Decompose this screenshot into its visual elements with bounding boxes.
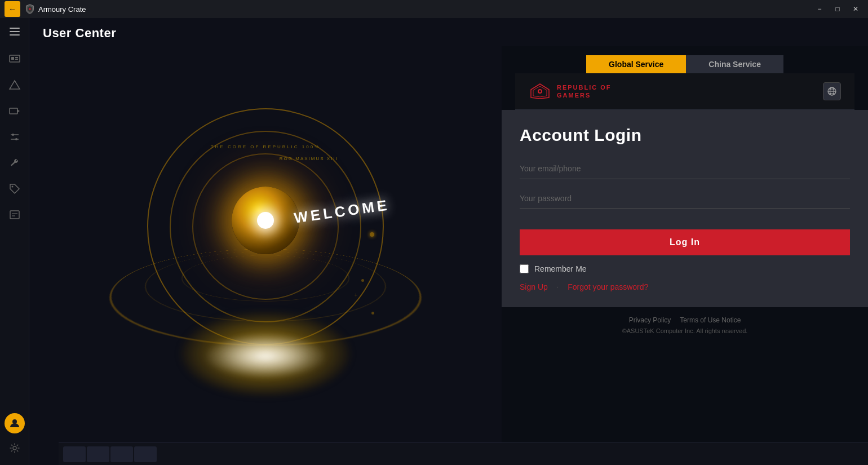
svg-point-9	[12, 134, 14, 136]
svg-rect-4	[15, 59, 18, 60]
tune-icon	[8, 131, 21, 143]
settings-gear-button[interactable]	[5, 438, 25, 458]
minimize-button[interactable]: −	[812, 3, 827, 15]
email-input-group	[520, 158, 850, 179]
svg-point-16	[12, 419, 17, 424]
login-footer: Privacy Policy Terms of Use Notice ©ASUS…	[502, 307, 868, 343]
rog-ring-text: ROG MAXIMUS XIII	[280, 156, 338, 161]
taskbar-item-1[interactable]	[63, 446, 86, 462]
svg-marker-5	[10, 81, 20, 89]
svg-point-21	[539, 90, 541, 92]
language-button[interactable]	[823, 82, 841, 100]
orb-inner	[257, 212, 274, 229]
rog-logo: REPUBLIC OF GAMERS	[529, 83, 612, 100]
window-controls: − □ ✕	[812, 3, 863, 15]
global-service-tab[interactable]: Global Service	[586, 55, 686, 73]
gear-icon	[9, 442, 20, 454]
rog-visual: THE CORE OF REPUBLIC 100% ROG MAXIMUS XI…	[136, 109, 395, 402]
taskbar-item-4[interactable]	[134, 446, 157, 462]
terms-link[interactable]: Terms of Use Notice	[680, 316, 741, 324]
globe-icon	[827, 86, 837, 96]
base-highlight	[203, 334, 327, 379]
orbit-dot-2	[361, 279, 364, 282]
china-service-tab[interactable]: China Service	[686, 55, 783, 73]
svg-rect-1	[10, 55, 20, 62]
taskbar-item-2[interactable]	[87, 446, 109, 462]
inner-content: THE CORE OF REPUBLIC 100% ROG MAXIMUS XI…	[29, 46, 868, 465]
copyright-text: ©ASUSTeK Computer Inc. All rights reserv…	[515, 327, 854, 334]
avatar-icon	[9, 418, 20, 429]
content-area: User Center THE CORE OF REPUBLIC 100%	[29, 18, 868, 465]
taskbar	[59, 442, 868, 465]
orbit-dot-4	[371, 312, 374, 315]
login-panel: Global Service China Service	[502, 46, 868, 465]
devices-icon	[8, 53, 21, 65]
sidebar-bottom	[5, 413, 25, 465]
link-separator: ·	[557, 283, 559, 291]
animation-area: THE CORE OF REPUBLIC 100% ROG MAXIMUS XI…	[29, 46, 502, 465]
sidebar-item-news[interactable]	[3, 203, 26, 227]
taskbar-item-3[interactable]	[110, 446, 133, 462]
svg-point-0	[29, 8, 30, 10]
login-button[interactable]: Log In	[520, 229, 850, 255]
sign-up-link[interactable]: Sign Up	[520, 282, 548, 291]
sidebar-item-update[interactable]	[3, 73, 26, 97]
svg-rect-6	[10, 108, 17, 114]
svg-point-12	[11, 186, 13, 188]
svg-point-17	[13, 446, 16, 450]
rog-text-line1: REPUBLIC OF	[557, 83, 612, 91]
rog-header: REPUBLIC OF GAMERS	[515, 73, 854, 110]
svg-rect-3	[15, 57, 18, 58]
remember-me-checkbox[interactable]	[520, 264, 529, 273]
titlebar: ← Armoury Crate − □ ✕	[0, 0, 868, 18]
privacy-policy-link[interactable]: Privacy Policy	[629, 316, 671, 324]
sidebar-item-tune[interactable]	[3, 125, 26, 149]
forgot-password-link[interactable]: Forgot your password?	[568, 282, 648, 291]
orb-outer	[232, 187, 299, 254]
form-area: Account Login Log In Remember Me Sign Up	[502, 110, 868, 307]
rog-text-line2: GAMERS	[557, 91, 612, 99]
page-title: User Center	[29, 18, 868, 46]
remember-me-group: Remember Me	[520, 264, 850, 273]
news-icon	[8, 209, 21, 221]
svg-rect-13	[10, 211, 19, 219]
back-button[interactable]: ←	[5, 1, 20, 17]
email-input[interactable]	[520, 158, 850, 179]
arc-text: THE CORE OF REPUBLIC 100%	[211, 144, 321, 149]
tag-icon	[8, 183, 21, 195]
glow-orb	[232, 187, 299, 254]
sidebar-item-tag[interactable]	[3, 177, 26, 201]
form-links: Sign Up · Forgot your password?	[520, 282, 850, 291]
sidebar-item-media[interactable]	[3, 99, 26, 123]
maximize-button[interactable]: □	[830, 3, 845, 15]
app-icon	[25, 4, 35, 14]
svg-rect-2	[11, 57, 14, 60]
remember-me-label: Remember Me	[534, 264, 587, 273]
user-avatar-button[interactable]	[5, 413, 25, 433]
sidebar	[0, 18, 29, 465]
footer-links: Privacy Policy Terms of Use Notice	[515, 316, 854, 324]
orbit-dot-3: +	[355, 292, 359, 296]
tools-icon	[8, 157, 21, 169]
update-icon	[8, 79, 21, 91]
rog-logo-icon	[529, 83, 551, 100]
svg-marker-7	[17, 109, 20, 113]
close-button[interactable]: ✕	[848, 3, 863, 15]
main-layout: User Center THE CORE OF REPUBLIC 100%	[0, 18, 868, 465]
sidebar-item-devices[interactable]	[3, 47, 26, 71]
password-input[interactable]	[520, 188, 850, 209]
media-icon	[8, 105, 21, 117]
svg-point-11	[15, 138, 17, 140]
sidebar-item-tools[interactable]	[3, 151, 26, 175]
password-input-group	[520, 188, 850, 209]
hamburger-menu-button[interactable]	[6, 23, 24, 41]
form-title: Account Login	[520, 126, 850, 145]
service-tabs: Global Service China Service	[502, 46, 868, 73]
app-title: Armoury Crate	[38, 5, 812, 14]
